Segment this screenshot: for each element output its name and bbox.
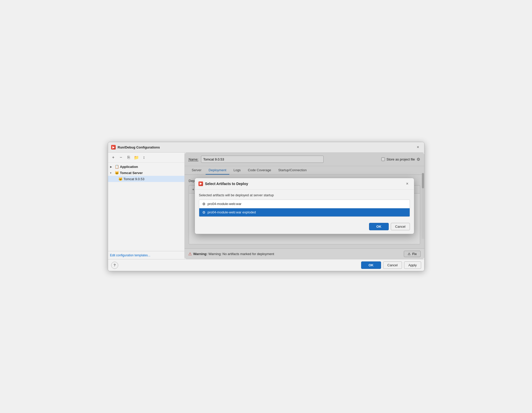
- sidebar: + − ⎘ 📁 ↕ ▶ 📋 Application ▾ 🐱 Tomcat: [108, 153, 185, 259]
- title-bar-left: ▶ Run/Debug Configurations: [111, 145, 160, 150]
- dialog-body: + − ⎘ 📁 ↕ ▶ 📋 Application ▾ 🐱 Tomcat: [108, 153, 424, 259]
- tomcat-instance-label: Tomcat 9.0.53: [124, 177, 145, 181]
- sidebar-footer: Edit configuration templates...: [108, 251, 184, 259]
- artifact-list: ⚙ pro04-module-web:war ⚙ pro04-module-we…: [199, 200, 410, 217]
- artifact-war-exploded-icon: ⚙: [202, 210, 206, 214]
- modal-overlay: ▶ Select Artifacts to Deploy × Selected …: [185, 153, 424, 259]
- sidebar-item-tomcat-server[interactable]: ▾ 🐱 Tomcat Server: [108, 170, 184, 176]
- dialog-title: Run/Debug Configurations: [118, 145, 160, 149]
- artifact-item-war-exploded[interactable]: ⚙ pro04-module-web:war exploded: [199, 208, 410, 216]
- title-bar: ▶ Run/Debug Configurations ×: [108, 142, 424, 153]
- modal-close-button[interactable]: ×: [404, 181, 410, 187]
- edit-templates-link[interactable]: Edit configuration templates...: [110, 254, 150, 257]
- bottom-left: ?: [111, 262, 118, 269]
- sidebar-item-application[interactable]: ▶ 📋 Application: [108, 164, 184, 170]
- sort-config-button[interactable]: ↕: [141, 154, 147, 161]
- close-button[interactable]: ×: [415, 144, 421, 150]
- modal-title-left: ▶ Select Artifacts to Deploy: [198, 181, 248, 186]
- bottom-bar: ? OK Cancel Apply: [108, 259, 424, 271]
- remove-config-button[interactable]: −: [118, 154, 124, 161]
- sidebar-toolbar: + − ⎘ 📁 ↕: [108, 153, 184, 163]
- tomcat-server-label: Tomcat Server: [120, 171, 143, 175]
- modal-description: Selected artifacts will be deployed at s…: [199, 193, 410, 197]
- move-config-button[interactable]: 📁: [133, 154, 140, 161]
- arrow-icon-tomcat-server: ▾: [110, 171, 114, 174]
- main-dialog: ▶ Run/Debug Configurations × + − ⎘ 📁 ↕ ▶…: [108, 142, 424, 271]
- app-icon: ▶: [111, 145, 116, 150]
- artifact-war-exploded-label: pro04-module-web:war exploded: [208, 210, 256, 214]
- tomcat-server-icon: 🐱: [115, 171, 119, 175]
- artifact-war-label: pro04-module-web:war: [208, 202, 242, 206]
- apply-button[interactable]: Apply: [404, 261, 421, 269]
- arrow-icon-application: ▶: [110, 165, 114, 168]
- application-label: Application: [120, 165, 138, 169]
- artifact-war-icon: ⚙: [202, 202, 206, 206]
- modal-title-bar: ▶ Select Artifacts to Deploy ×: [195, 178, 414, 190]
- help-button[interactable]: ?: [111, 262, 118, 269]
- sidebar-item-tomcat-instance[interactable]: 🐱 Tomcat 9.0.53: [108, 176, 184, 182]
- bottom-buttons: OK Cancel Apply: [361, 261, 421, 269]
- modal-footer: OK Cancel: [195, 220, 414, 234]
- modal-cancel-button[interactable]: Cancel: [391, 223, 410, 230]
- artifact-item-war[interactable]: ⚙ pro04-module-web:war: [199, 200, 410, 208]
- modal-body: Selected artifacts will be deployed at s…: [195, 190, 414, 220]
- application-icon: 📋: [115, 165, 119, 169]
- modal-title: Select Artifacts to Deploy: [205, 182, 248, 186]
- modal-dialog: ▶ Select Artifacts to Deploy × Selected …: [195, 178, 414, 234]
- cancel-button[interactable]: Cancel: [383, 261, 402, 269]
- right-panel: Name: Store as project file ⚙ Server Dep…: [185, 153, 424, 259]
- ok-button[interactable]: OK: [361, 261, 381, 269]
- modal-ok-button[interactable]: OK: [369, 223, 389, 230]
- add-config-button[interactable]: +: [110, 154, 117, 161]
- tomcat-instance-icon: 🐱: [118, 177, 123, 181]
- sidebar-tree: ▶ 📋 Application ▾ 🐱 Tomcat Server 🐱 Tomc…: [108, 163, 184, 251]
- modal-app-icon: ▶: [198, 181, 203, 186]
- copy-config-button[interactable]: ⎘: [125, 154, 132, 161]
